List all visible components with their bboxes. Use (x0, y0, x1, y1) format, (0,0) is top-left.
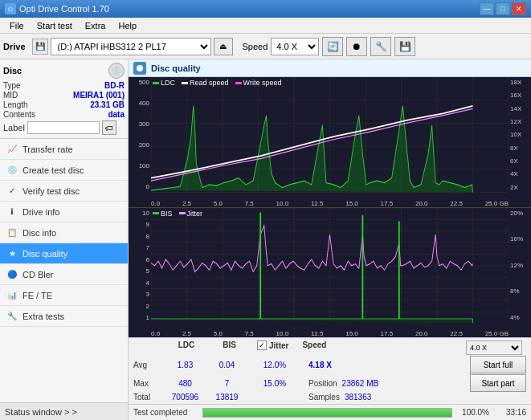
progress-bar-background (202, 408, 452, 418)
speed-results-select[interactable]: 4.0 X (466, 340, 522, 355)
menu-extra[interactable]: Extra (79, 19, 112, 32)
options-button[interactable]: 🔧 (370, 37, 391, 56)
jitter-checkbox[interactable]: ✓ (257, 340, 267, 350)
verify-test-disc-icon: ✓ (6, 186, 18, 197)
chart1-x-axis: 0.0 2.5 5.0 7.5 10.0 12.5 15.0 17.5 20.0… (151, 193, 509, 207)
bis-col-header: BIS (211, 340, 247, 349)
svg-point-0 (137, 65, 143, 71)
label-icon-button[interactable]: 🏷 (102, 120, 116, 135)
speed-selector-area: 4.0 X (466, 340, 526, 355)
nav-disc-quality[interactable]: ★ Disc quality (0, 243, 128, 264)
title-bar: O Opti Drive Control 1.70 — □ ✕ (0, 0, 531, 18)
disc-length-row: Length 23.31 GB (3, 100, 125, 109)
disc-contents-row: Contents data (3, 110, 125, 119)
menu-file[interactable]: File (3, 19, 31, 32)
maximize-button[interactable]: □ (496, 2, 510, 15)
start-part-button[interactable]: Start part (470, 374, 526, 392)
chart2-y-axis-left: 10 9 8 7 6 5 4 3 2 1 (129, 208, 151, 322)
chart-ldc-wrapper: LDC Read speed Write speed 500 (129, 77, 531, 207)
record-button[interactable]: ⏺ (346, 37, 367, 56)
nav-create-test-disc[interactable]: 💿 Create test disc (0, 160, 128, 181)
legend-ldc: LDC (153, 79, 175, 87)
disc-mid-row: MID MEIRA1 (001) (3, 91, 125, 100)
disc-header: Disc 💿 (3, 63, 125, 79)
disc-label-row: Label 🏷 (3, 120, 125, 135)
avg-ldc: 1.83 (163, 361, 207, 369)
nav-verify-test-disc[interactable]: ✓ Verify test disc (0, 181, 128, 202)
length-label: Length (3, 100, 28, 109)
speed-label: Speed (243, 42, 268, 51)
drive-icon: 💾 (32, 39, 48, 55)
chart2-svg (151, 208, 509, 324)
legend-bis: BIS (153, 210, 173, 218)
charts-container: LDC Read speed Write speed 500 (129, 77, 531, 337)
save-button[interactable]: 💾 (394, 37, 415, 56)
create-test-disc-icon: 💿 (6, 165, 18, 176)
disc-quality-title: Disc quality (151, 63, 201, 73)
samples-label: Samples (308, 393, 340, 402)
menu-bar: File Start test Extra Help (0, 18, 531, 34)
mid-value: MEIRA1 (001) (73, 91, 125, 100)
main-layout: Disc 💿 Type BD-R MID MEIRA1 (001) Length… (0, 59, 531, 420)
nav-cd-bler-label: CD Bler (22, 270, 54, 279)
disc-quality-panel-icon (133, 62, 146, 75)
chart1-y-axis-left: 500 400 300 200 100 0 (129, 77, 151, 191)
nav-extra-tests[interactable]: 🔧 Extra tests (0, 306, 128, 327)
nav-disc-quality-label: Disc quality (22, 249, 67, 259)
sidebar: Disc 💿 Type BD-R MID MEIRA1 (001) Length… (0, 59, 129, 420)
speed-select[interactable]: 4.0 X (271, 38, 319, 55)
close-button[interactable]: ✕ (512, 2, 526, 15)
cd-bler-icon: 🔵 (6, 269, 18, 280)
app-icon: O (5, 3, 16, 14)
app-title: Opti Drive Control 1.70 (19, 4, 109, 14)
disc-info-icon: 📋 (6, 227, 18, 239)
nav-drive-info-label: Drive info (22, 207, 59, 217)
nav-disc-info[interactable]: 📋 Disc info (0, 222, 128, 243)
position-label: Position (308, 379, 337, 388)
eject-button[interactable]: ⏏ (214, 38, 233, 55)
nav-fe-te[interactable]: 📊 FE / TE (0, 285, 128, 306)
fe-te-icon: 📊 (6, 290, 18, 301)
nav-cd-bler[interactable]: 🔵 CD Bler (0, 264, 128, 285)
progress-time: 33:16 (494, 408, 526, 417)
nav-verify-test-disc-label: Verify test disc (22, 186, 80, 196)
nav-create-test-disc-label: Create test disc (22, 165, 84, 175)
minimize-button[interactable]: — (480, 2, 494, 15)
type-label: Type (3, 81, 21, 90)
status-window[interactable]: Status window > > (0, 402, 128, 420)
nav-drive-info[interactable]: ℹ Drive info (0, 202, 128, 222)
position-val: 23862 MB (342, 379, 386, 388)
transfer-rate-icon: 📈 (6, 144, 18, 155)
chart-bis: BIS Jitter 10 9 8 7 6 5 (129, 208, 531, 338)
avg-jitter: 12.0% (255, 361, 295, 369)
max-bis: 7 (209, 379, 245, 388)
nav-transfer-rate[interactable]: 📈 Transfer rate (0, 139, 128, 160)
chart1-y-axis-right: 18X 16X 14X 12X 10X 8X 6X 4X 2X (509, 77, 531, 191)
total-label: Total (133, 393, 161, 402)
progress-bar-fill (203, 409, 451, 417)
avg-speed: 4.18 X (308, 361, 353, 369)
total-ldc: 700596 (163, 393, 207, 402)
length-value: 23.31 GB (90, 100, 125, 109)
label-input[interactable] (27, 121, 100, 134)
samples-val: 381363 (345, 393, 371, 402)
chart1-plot (151, 77, 509, 193)
legend-write-speed: Write speed (235, 79, 282, 87)
jitter-color-dot (179, 212, 186, 214)
legend-jitter: Jitter (179, 210, 203, 218)
write-speed-color-dot (235, 82, 242, 84)
type-value: BD-R (104, 81, 125, 90)
drive-select[interactable]: (D:) ATAPI iHBS312 2 PL17 (51, 38, 211, 55)
nav-fe-te-label: FE / TE (22, 291, 52, 300)
disc-icon: 💿 (108, 63, 125, 79)
avg-label: Avg (133, 361, 161, 369)
start-full-area: Start full (470, 356, 526, 373)
menu-start-test[interactable]: Start test (31, 19, 79, 32)
progress-percent: 100.0% (457, 408, 489, 417)
status-text: Test completed (133, 408, 198, 417)
chart2-plot (151, 208, 509, 324)
contents-value: data (108, 110, 125, 119)
start-full-button[interactable]: Start full (470, 356, 526, 373)
refresh-button[interactable]: 🔄 (322, 37, 343, 56)
menu-help[interactable]: Help (112, 19, 143, 32)
